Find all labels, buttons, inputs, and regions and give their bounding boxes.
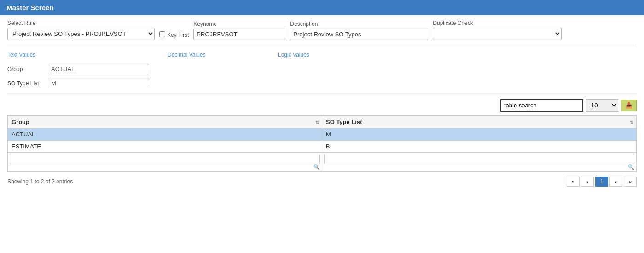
pagination-buttons: « ‹ 1 › »: [567, 177, 637, 187]
filter-group-input[interactable]: [10, 154, 320, 164]
export-button[interactable]: 📥: [621, 100, 637, 111]
text-values-section: Text Values Group SO Type List: [7, 52, 149, 88]
so-type-list-column-header: SO Type List ⇅: [322, 116, 637, 129]
group-label: Group: [7, 66, 44, 72]
keyname-label: Keyname: [193, 21, 285, 27]
so-type-list-cell: M: [322, 129, 637, 141]
logic-values-title: Logic Values: [278, 52, 370, 58]
filter-so-type-icon: 🔍: [628, 164, 634, 170]
table-controls: 10 25 50 100 📥: [7, 99, 637, 112]
current-page-button[interactable]: 1: [595, 177, 608, 187]
description-label: Description: [290, 21, 428, 27]
text-values-title: Text Values: [7, 52, 149, 58]
table-row[interactable]: ACTUALM: [8, 129, 637, 141]
next-page-button[interactable]: ›: [609, 177, 622, 187]
description-field: Description: [290, 21, 428, 40]
keyfirst-checkbox[interactable]: [159, 31, 165, 37]
filter-so-type-input[interactable]: [324, 154, 634, 164]
duplicate-check-field: Duplicate Check: [433, 20, 562, 40]
top-form: Select Rule Project Review SO Types - PR…: [7, 20, 637, 45]
so-type-list-label: SO Type List: [7, 80, 44, 87]
keyname-input[interactable]: [193, 29, 285, 40]
export-icon: 📥: [625, 102, 632, 109]
logic-values-section: Logic Values: [278, 52, 370, 88]
data-table: Group ⇅ SO Type List ⇅ ACTUALMESTIMATEB …: [7, 115, 637, 172]
keyfirst-label: Key First: [167, 32, 189, 38]
group-cell: ESTIMATE: [8, 141, 322, 153]
per-page-select[interactable]: 10 25 50 100: [586, 99, 618, 112]
decimal-values-section: Decimal Values: [168, 52, 260, 88]
keyname-field: Keyname: [193, 21, 285, 40]
group-sort-icon[interactable]: ⇅: [315, 119, 319, 124]
first-page-button[interactable]: «: [567, 177, 580, 187]
select-rule-field: Select Rule Project Review SO Types - PR…: [7, 20, 155, 40]
pagination-area: Showing 1 to 2 of 2 entries « ‹ 1 › »: [7, 172, 637, 187]
group-input[interactable]: [48, 64, 149, 74]
group-cell: ACTUAL: [8, 129, 322, 141]
title-bar: Master Screen: [0, 0, 644, 15]
middle-section: Text Values Group SO Type List Decimal V…: [7, 45, 637, 94]
filter-group-icon: 🔍: [313, 164, 320, 170]
duplicate-check-label: Duplicate Check: [433, 20, 562, 26]
table-section: 10 25 50 100 📥 Group ⇅ SO Type List: [7, 94, 637, 187]
select-rule-label: Select Rule: [7, 20, 155, 26]
app-title: Master Screen: [6, 4, 54, 12]
keyfirst-wrap: Key First: [159, 31, 189, 40]
prev-page-button[interactable]: ‹: [581, 177, 594, 187]
so-type-list-sort-icon[interactable]: ⇅: [630, 119, 633, 124]
filter-row: 🔍 🔍: [8, 153, 637, 172]
so-type-list-field-row: SO Type List: [7, 78, 149, 88]
table-header-row: Group ⇅ SO Type List ⇅: [8, 116, 637, 129]
duplicate-check-dropdown[interactable]: [433, 28, 562, 40]
table-search-input[interactable]: [500, 99, 583, 112]
so-type-list-cell: B: [322, 141, 637, 153]
description-input[interactable]: [290, 29, 428, 40]
so-type-list-input[interactable]: [48, 78, 149, 88]
pagination-info: Showing 1 to 2 of 2 entries: [7, 178, 73, 185]
select-rule-dropdown[interactable]: Project Review SO Types - PROJREVSOT: [7, 28, 155, 40]
last-page-button[interactable]: »: [624, 177, 637, 187]
table-row[interactable]: ESTIMATEB: [8, 141, 637, 153]
group-column-header: Group ⇅: [8, 116, 322, 129]
group-field-row: Group: [7, 64, 149, 74]
decimal-values-title: Decimal Values: [168, 52, 260, 58]
